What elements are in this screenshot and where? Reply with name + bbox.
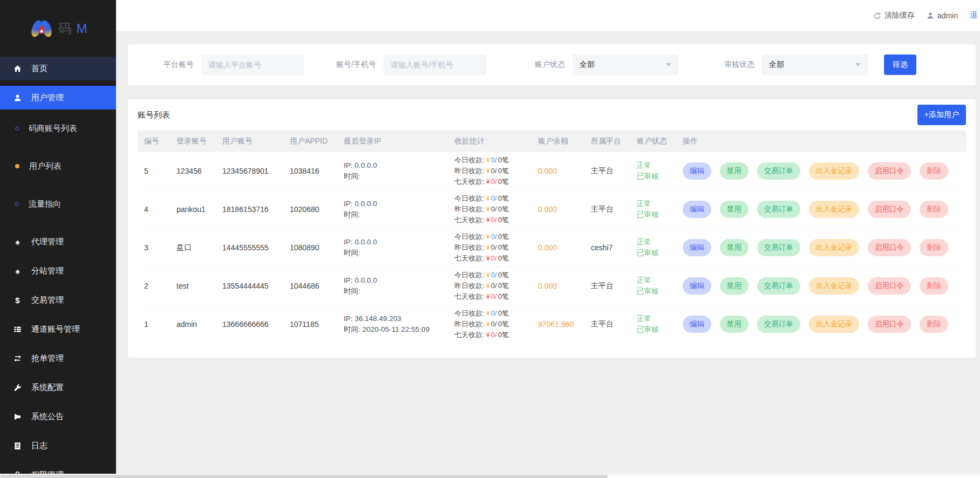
scrollbar-thumb[interactable]	[0, 475, 608, 478]
edit-button[interactable]: 编辑	[683, 162, 711, 180]
ip-label: IP:	[344, 161, 353, 169]
account-phone-input[interactable]	[384, 54, 486, 75]
sidebar-item-system-config[interactable]: 系统配置	[0, 375, 116, 399]
disable-button[interactable]: 禁用	[720, 162, 748, 180]
cell-income-stats: 今日收款:¥0/0笔 昨日收款:¥0/0笔 七天收款:¥0/0笔	[448, 270, 532, 302]
cell-login: test	[170, 282, 216, 290]
edit-button[interactable]: 编辑	[683, 316, 711, 333]
trade-orders-button[interactable]: 交易订单	[757, 316, 800, 333]
cell-actions: 编辑 禁用 交易订单 出入金记录 启用口令 删除	[676, 277, 966, 295]
table-body: 5 123456 12345678901 1038416 IP: 0.0.0.0…	[138, 152, 966, 344]
enable-token-button[interactable]: 启用口令	[868, 201, 911, 218]
ip-value: 0.0.0.0	[355, 238, 377, 246]
ip-label: IP:	[344, 276, 353, 284]
stat-yesterday: 昨日收款:¥0/0笔	[454, 166, 532, 176]
fund-records-button[interactable]: 出入金记录	[809, 201, 860, 218]
ip-value: 0.0.0.0	[355, 161, 377, 169]
sidebar-item-merchant-account-list[interactable]: 码商账号列表	[0, 117, 116, 140]
disable-button[interactable]: 禁用	[720, 201, 748, 218]
sidebar-item-permission-management[interactable]: 权限管理	[0, 463, 116, 474]
fund-records-button[interactable]: 出入金记录	[809, 239, 860, 256]
enable-token-button[interactable]: 启用口令	[868, 162, 911, 180]
disable-button[interactable]: 禁用	[720, 316, 748, 333]
sidebar-item-label: 权限管理	[31, 470, 64, 474]
home-icon	[13, 65, 22, 73]
enable-token-button[interactable]: 启用口令	[868, 277, 911, 295]
tree-icon: ♠	[13, 267, 22, 276]
table-row: 3 盘口 14445555555 1080890 IP: 0.0.0.0 时间:…	[138, 229, 966, 267]
col-status: 账户状态	[630, 136, 676, 146]
clear-cache-label: 清除缓存	[884, 11, 915, 21]
status-normal: 正常	[637, 199, 676, 209]
disable-button[interactable]: 禁用	[720, 239, 748, 256]
sidebar-item-label: 抢单管理	[31, 353, 64, 364]
cell-account: 18186153716	[216, 205, 283, 214]
sidebar-item-traffic-direction[interactable]: 流量指向	[0, 192, 116, 216]
col-last-login-ip: 最后登录IP	[337, 136, 448, 146]
account-status-select[interactable]: 全部	[573, 54, 678, 75]
trade-orders-button[interactable]: 交易订单	[757, 277, 800, 295]
status-audited: 已审核	[637, 209, 676, 220]
sidebar-item-user-list[interactable]: 用户列表	[0, 154, 116, 178]
cell-login: pankou1	[170, 205, 216, 214]
sidebar-item-agent-management[interactable]: ♠ 代理管理	[0, 230, 116, 254]
cell-balance: 0.000	[532, 282, 584, 290]
enable-token-button[interactable]: 启用口令	[868, 316, 911, 333]
panel-head: 账号列表 +添加用户	[138, 99, 966, 131]
edit-button[interactable]: 编辑	[683, 201, 711, 218]
user-menu[interactable]: admin	[927, 11, 958, 20]
logout-link[interactable]: 退	[970, 11, 977, 21]
horizontal-scrollbar	[0, 474, 980, 478]
filter-panel: 平台账号 账号/手机号 账户状态 全部 审核状态	[128, 44, 976, 85]
sidebar-item-label: 代理管理	[31, 237, 64, 247]
sidebar-item-order-grab-management[interactable]: 抢单管理	[0, 346, 116, 370]
cell-id: 4	[138, 205, 170, 214]
sidebar-item-label: 码商账号列表	[29, 124, 77, 134]
cell-income-stats: 今日收款:¥0/0笔 昨日收款:¥0/0笔 七天收款:¥0/0笔	[448, 231, 532, 264]
delete-button[interactable]: 删除	[920, 162, 948, 180]
sidebar-item-substation-management[interactable]: ♠ 分站管理	[0, 259, 116, 283]
sidebar-item-label: 用户管理	[31, 93, 64, 103]
cell-income-stats: 今日收款:¥0/0笔 昨日收款:¥0/0笔 七天收款:¥0/0笔	[448, 308, 532, 340]
delete-button[interactable]: 删除	[920, 239, 948, 256]
edit-button[interactable]: 编辑	[683, 277, 711, 295]
sidebar-item-user-management[interactable]: 用户管理	[0, 86, 116, 110]
fund-records-button[interactable]: 出入金记录	[809, 277, 860, 295]
cell-appid: 1044686	[283, 282, 337, 290]
add-user-button[interactable]: +添加用户	[917, 105, 966, 125]
sidebar-item-system-announcement[interactable]: 系统公告	[0, 405, 116, 428]
cell-appid: 1020680	[283, 205, 337, 214]
trade-orders-button[interactable]: 交易订单	[757, 162, 800, 180]
cell-platform: 主平台	[584, 204, 630, 214]
delete-button[interactable]: 删除	[920, 201, 948, 218]
filter-account-status: 账户状态 全部	[535, 54, 678, 75]
enable-token-button[interactable]: 启用口令	[868, 239, 911, 256]
cell-actions: 编辑 禁用 交易订单 出入金记录 启用口令 删除	[676, 162, 966, 180]
disable-button[interactable]: 禁用	[720, 277, 748, 295]
delete-button[interactable]: 删除	[920, 277, 948, 295]
fund-records-button[interactable]: 出入金记录	[809, 162, 860, 180]
cell-id: 3	[138, 243, 170, 252]
sidebar-item-logs[interactable]: 日志	[0, 434, 116, 457]
platform-account-input[interactable]	[201, 54, 304, 75]
table-header: 编号 登录账号 用户账号 用户APPID 最后登录IP 收款统计 账户余额 所属…	[138, 131, 966, 152]
edit-button[interactable]: 编辑	[683, 239, 711, 256]
fund-records-button[interactable]: 出入金记录	[809, 316, 860, 333]
sidebar-item-transaction-management[interactable]: $ 交易管理	[0, 288, 116, 312]
clear-cache-button[interactable]: 清除缓存	[873, 11, 915, 21]
cell-income-stats: 今日收款:¥0/0笔 昨日收款:¥0/0笔 七天收款:¥0/0笔	[448, 155, 532, 187]
sidebar-item-home[interactable]: 首页	[0, 57, 116, 80]
cell-last-login: IP: 0.0.0.0 时间:	[337, 275, 448, 297]
filter-submit-button[interactable]: 筛选	[884, 54, 916, 75]
panel-title: 账号列表	[138, 110, 170, 120]
cell-status: 正常 已审核	[630, 199, 676, 221]
filter-account-phone: 账号/手机号	[336, 54, 486, 75]
ip-value: 0.0.0.0	[355, 276, 377, 284]
delete-button[interactable]: 删除	[920, 316, 948, 333]
sidebar-item-channel-account-management[interactable]: 通道账号管理	[0, 317, 116, 341]
cell-status: 正常 已审核	[630, 313, 676, 336]
audit-status-select[interactable]: 全部	[762, 54, 868, 75]
col-platform: 所属平台	[584, 136, 630, 146]
trade-orders-button[interactable]: 交易订单	[757, 239, 800, 256]
trade-orders-button[interactable]: 交易订单	[757, 201, 800, 218]
